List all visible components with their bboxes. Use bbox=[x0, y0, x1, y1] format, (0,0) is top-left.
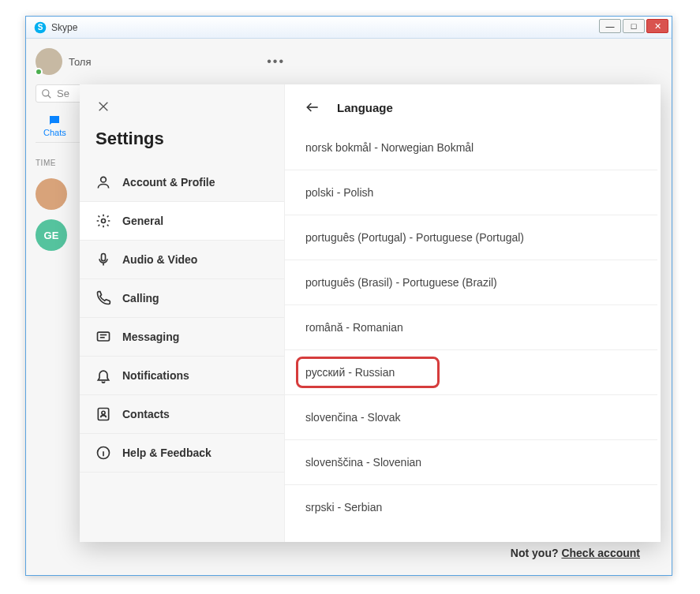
general-icon bbox=[95, 213, 111, 229]
notifications-icon bbox=[95, 368, 111, 383]
close-button[interactable]: ✕ bbox=[646, 19, 668, 33]
nav-label: Calling bbox=[122, 292, 159, 304]
settings-nav: Account & ProfileGeneralAudio & VideoCal… bbox=[80, 163, 284, 473]
language-option[interactable]: slovenščina - Slovenian bbox=[285, 440, 657, 485]
language-option[interactable]: srpski - Serbian bbox=[285, 485, 657, 529]
help-icon bbox=[95, 445, 111, 461]
highlight-box bbox=[296, 357, 440, 388]
window-title: Skype bbox=[51, 22, 77, 33]
search-placeholder: Se bbox=[57, 88, 69, 99]
language-option[interactable]: português (Portugal) - Portuguese (Portu… bbox=[285, 215, 657, 260]
footer-notyou: Not you? Check account bbox=[511, 547, 640, 559]
nav-item-audio[interactable]: Audio & Video bbox=[80, 241, 284, 279]
nav-item-account[interactable]: Account & Profile bbox=[80, 163, 284, 202]
language-option[interactable]: polski - Polish bbox=[285, 170, 657, 215]
nav-label: Messaging bbox=[122, 331, 179, 343]
nav-label: General bbox=[122, 215, 163, 227]
profile-name: Толя bbox=[69, 56, 92, 68]
app-body: Толя ••• Se Chats TIME GE Not you? Check… bbox=[26, 39, 672, 575]
svg-point-7 bbox=[102, 219, 106, 223]
account-icon bbox=[95, 174, 111, 190]
nav-label: Account & Profile bbox=[122, 176, 215, 189]
check-account-link[interactable]: Check account bbox=[561, 547, 640, 559]
svg-line-3 bbox=[48, 95, 51, 98]
contact-avatar bbox=[36, 178, 67, 210]
settings-close-button[interactable] bbox=[91, 94, 116, 119]
calling-icon bbox=[95, 290, 111, 306]
audio-icon bbox=[95, 252, 111, 267]
profile-row[interactable]: Толя ••• bbox=[36, 48, 285, 75]
more-icon[interactable]: ••• bbox=[267, 54, 285, 69]
language-list: norsk bokmål - Norwegian Bokmålpolski - … bbox=[285, 125, 657, 542]
chat-icon bbox=[47, 114, 62, 128]
arrow-left-icon bbox=[305, 99, 320, 115]
language-option[interactable]: русский - Russian bbox=[285, 350, 657, 395]
nav-item-messaging[interactable]: Messaging bbox=[80, 318, 284, 357]
svg-point-6 bbox=[101, 177, 107, 182]
nav-item-help[interactable]: Help & Feedback bbox=[80, 434, 284, 473]
svg-rect-9 bbox=[98, 332, 110, 341]
messaging-icon bbox=[95, 329, 111, 345]
nav-label: Contacts bbox=[122, 408, 170, 420]
svg-rect-8 bbox=[102, 254, 106, 261]
language-option[interactable]: română - Romanian bbox=[285, 305, 657, 350]
back-button[interactable] bbox=[304, 99, 321, 116]
settings-main: Language norsk bokmål - Norwegian Bokmål… bbox=[285, 84, 661, 542]
settings-title: Settings bbox=[80, 119, 284, 163]
settings-sidebar: Settings Account & ProfileGeneralAudio &… bbox=[80, 84, 285, 542]
nav-label: Notifications bbox=[122, 369, 189, 382]
nav-item-notifications[interactable]: Notifications bbox=[80, 357, 284, 395]
language-header: Language bbox=[285, 95, 657, 125]
titlebar: S Skype — □ ✕ bbox=[26, 17, 672, 39]
nav-label: Audio & Video bbox=[122, 253, 197, 266]
avatar[interactable] bbox=[36, 48, 62, 75]
svg-point-2 bbox=[43, 89, 49, 95]
nav-label: Help & Feedback bbox=[122, 446, 211, 459]
language-option[interactable]: português (Brasil) - Portuguese (Brazil) bbox=[285, 260, 657, 305]
contact-avatar-initials: GE bbox=[36, 219, 67, 251]
language-option[interactable]: slovenčina - Slovak bbox=[285, 395, 657, 440]
nav-item-contacts[interactable]: Contacts bbox=[80, 395, 284, 434]
tab-chats[interactable]: Chats bbox=[43, 114, 66, 137]
svg-point-13 bbox=[102, 411, 105, 414]
skype-logo-icon: S bbox=[34, 21, 47, 34]
maximize-button[interactable]: □ bbox=[623, 19, 645, 33]
svg-text:S: S bbox=[38, 23, 43, 32]
contacts-icon bbox=[95, 406, 111, 422]
nav-item-calling[interactable]: Calling bbox=[80, 279, 284, 318]
minimize-button[interactable]: — bbox=[599, 19, 621, 33]
presence-dot-icon bbox=[35, 68, 43, 76]
settings-panel: Settings Account & ProfileGeneralAudio &… bbox=[80, 84, 661, 542]
window-frame: S Skype — □ ✕ Толя ••• Se Chats bbox=[25, 16, 672, 576]
language-title: Language bbox=[337, 101, 393, 114]
close-icon bbox=[97, 100, 110, 113]
search-icon bbox=[41, 88, 52, 99]
language-option[interactable]: norsk bokmål - Norwegian Bokmål bbox=[285, 125, 657, 170]
nav-item-general[interactable]: General bbox=[80, 202, 284, 241]
